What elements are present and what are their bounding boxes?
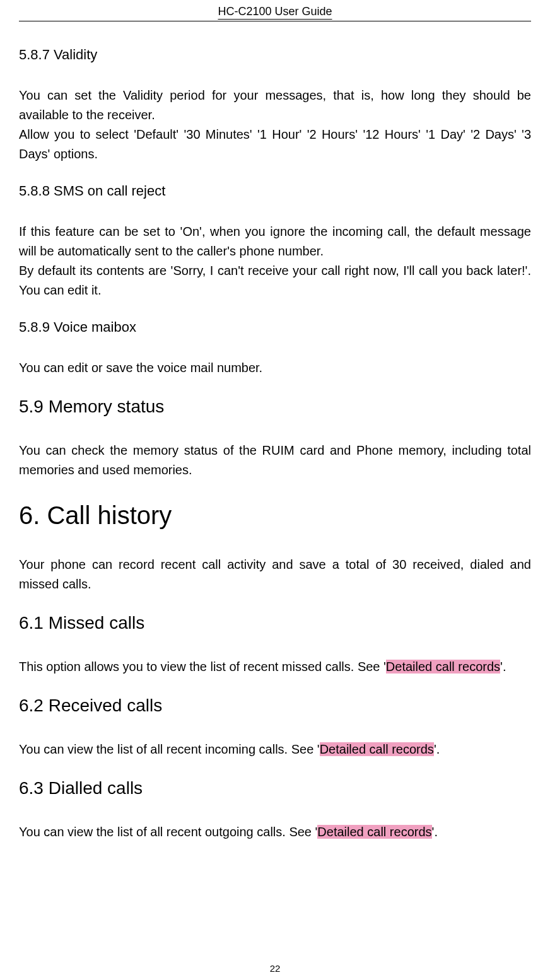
page-content: HC-C2100 User Guide 5.8.7 Validity You c… [0,0,550,842]
text-fragment: '. [434,742,440,756]
heading-5-8-9: 5.8.9 Voice maibox [19,319,531,335]
text-fragment: '. [500,660,506,674]
body-text: If this feature can be set to 'On', when… [19,222,531,261]
link-detailed-call-records[interactable]: Detailed call records [386,660,500,674]
para-block: If this feature can be set to 'On', when… [19,222,531,300]
heading-5-8-7: 5.8.7 Validity [19,47,531,63]
text-fragment: This option allows you to view the list … [19,660,386,674]
body-text: This option allows you to view the list … [19,657,531,677]
page-number: 22 [0,963,550,974]
text-fragment: You can view the list of all recent inco… [19,742,320,756]
link-detailed-call-records[interactable]: Detailed call records [320,742,434,756]
para-block: You can set the Validity period for your… [19,86,531,164]
body-text: You can check the memory status of the R… [19,441,531,480]
text-fragment: '. [432,825,438,839]
page-header: HC-C2100 User Guide [19,0,531,21]
heading-6: 6. Call history [19,501,531,530]
heading-6-3: 6.3 Dialled calls [19,778,531,798]
body-text: You can edit or save the voice mail numb… [19,358,531,378]
heading-5-9: 5.9 Memory status [19,397,531,417]
body-text: Your phone can record recent call activi… [19,555,531,594]
body-text: You can view the list of all recent outg… [19,822,531,842]
body-text: You can view the list of all recent inco… [19,740,531,759]
body-text: You can set the Validity period for your… [19,86,531,125]
body-text: Allow you to select 'Default' '30 Minute… [19,125,531,164]
heading-5-8-8: 5.8.8 SMS on call reject [19,183,531,199]
heading-6-1: 6.1 Missed calls [19,613,531,633]
text-fragment: You can view the list of all recent outg… [19,825,317,839]
heading-6-2: 6.2 Received calls [19,696,531,716]
body-text: By default its contents are 'Sorry, I ca… [19,261,531,300]
link-detailed-call-records[interactable]: Detailed call records [317,825,431,839]
